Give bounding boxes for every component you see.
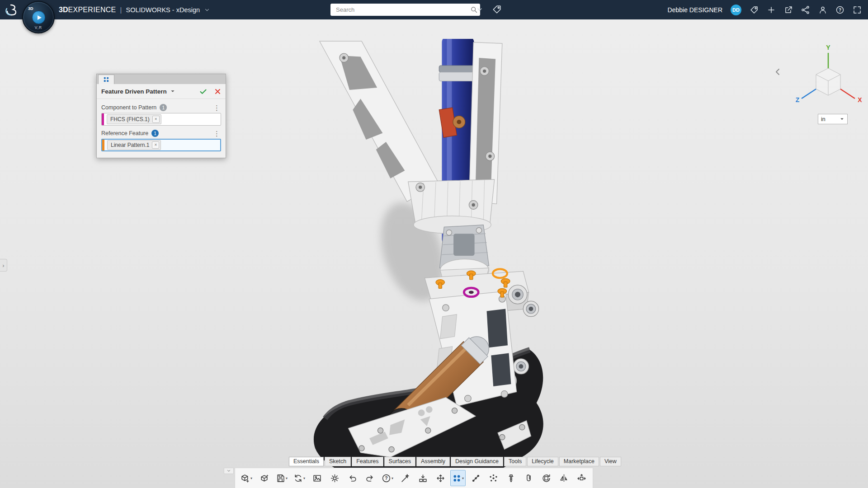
toolbar-fastener-button[interactable] — [503, 470, 519, 486]
top-help-button[interactable]: ? — [835, 5, 844, 14]
tab-essentials[interactable]: Essentials — [289, 457, 324, 466]
reference-feature-field[interactable]: Linear Pattern.1 × — [101, 139, 221, 151]
search-input[interactable] — [335, 6, 470, 14]
tag-button[interactable] — [492, 5, 502, 16]
component-row-menu-button[interactable]: ⋮ — [212, 104, 221, 111]
remove-selection-button[interactable]: × — [152, 116, 160, 123]
toolbar-mate-button[interactable] — [415, 470, 430, 486]
tab-features[interactable]: Features — [352, 457, 383, 466]
toolbar-update-button[interactable]: ▾ — [292, 470, 307, 486]
search-options-button[interactable] — [476, 6, 483, 14]
dialog-actions — [199, 88, 221, 95]
component-to-pattern-field[interactable]: FHCS (FHCS.1) × — [101, 113, 221, 126]
dialog-header[interactable]: Feature Driven Pattern — [97, 84, 226, 99]
z-axis[interactable] — [802, 89, 816, 99]
ribbon-tab-bar: EssentialsSketchFeaturesSurfacesAssembly… — [289, 457, 621, 466]
help-icon: ? — [382, 474, 391, 483]
close-icon — [214, 88, 221, 95]
compass-play-button[interactable] — [32, 11, 45, 24]
dropdown-caret-icon[interactable]: ▾ — [462, 476, 464, 480]
top-expand-button[interactable] — [853, 5, 862, 14]
dialog-body: Component to Pattern 1 ⋮ FHCS (FHCS.1) ×… — [97, 99, 226, 158]
update-icon — [293, 474, 303, 483]
toolbar-redo-button[interactable] — [362, 470, 377, 486]
user-name[interactable]: Debbie DESIGNER — [668, 6, 722, 14]
remove-selection-button[interactable]: × — [152, 141, 159, 149]
top-collaboration-button[interactable] — [818, 5, 827, 14]
toolbar-attachment-button[interactable] — [521, 470, 536, 486]
tab-view[interactable]: View — [600, 457, 621, 466]
toolbar-new-component-button[interactable] — [256, 470, 272, 486]
reference-row-menu-button[interactable]: ⋮ — [212, 130, 221, 137]
dialog-options-button[interactable] — [170, 89, 175, 94]
rotate-component-icon — [542, 474, 551, 483]
toolbar-exploded-view-button[interactable] — [574, 470, 589, 486]
toolbar-export-image-button[interactable] — [309, 470, 325, 486]
move-component-icon — [436, 474, 445, 483]
dropdown-caret-icon[interactable]: ▾ — [303, 476, 305, 480]
toolbar-rotate-component-button[interactable] — [538, 470, 554, 486]
tab-lifecycle[interactable]: Lifecycle — [527, 457, 558, 466]
toolbar-linear-pattern-button[interactable] — [468, 470, 483, 486]
units-dropdown[interactable]: in — [818, 114, 848, 124]
toolbar-insert-component-button[interactable]: ▾ — [239, 470, 254, 486]
top-share-button[interactable] — [784, 5, 793, 14]
chevron-down-icon — [840, 117, 844, 122]
3dcompass[interactable]: 3D V,R — [22, 1, 55, 33]
dialog-tab-pattern[interactable] — [98, 75, 114, 84]
tab-sketch[interactable]: Sketch — [325, 457, 351, 466]
action-toolbar: ▾▾▾?▾▾ — [235, 468, 593, 488]
feature-driven-pattern-icon — [103, 76, 110, 83]
top-network-button[interactable] — [801, 5, 810, 14]
view-triad[interactable]: Y X Z — [793, 43, 866, 111]
3d-model[interactable] — [307, 39, 562, 487]
compass-vr-label: V,R — [23, 25, 54, 30]
top-add-button[interactable] — [767, 5, 776, 14]
share-icon — [784, 5, 793, 14]
linear-pattern-icon — [471, 474, 481, 483]
toolbar-move-component-button[interactable] — [433, 470, 448, 486]
new-component-icon — [259, 474, 269, 483]
toolbar-feature-driven-pattern-button[interactable]: ▾ — [450, 470, 466, 486]
dropdown-caret-icon[interactable]: ▾ — [392, 476, 393, 480]
component-to-pattern-label-row: Component to Pattern 1 ⋮ — [101, 104, 221, 111]
app-switcher-caret-icon[interactable] — [204, 7, 210, 13]
selection-color-bar — [102, 140, 104, 150]
confirm-button[interactable] — [199, 88, 207, 95]
y-axis-label: Y — [826, 44, 830, 51]
toolbar-collapse-button[interactable] — [224, 468, 234, 474]
toolbar-settings-button[interactable] — [327, 470, 342, 486]
top-tag-button[interactable] — [750, 5, 759, 14]
x-axis[interactable] — [840, 89, 855, 99]
save-icon — [276, 474, 285, 483]
collaboration-icon — [818, 5, 827, 14]
mirror-icon — [559, 474, 569, 483]
tab-tools[interactable]: Tools — [504, 457, 526, 466]
dropdown-caret-icon[interactable]: ▾ — [286, 476, 288, 480]
dropdown-caret-icon[interactable]: ▾ — [250, 476, 252, 480]
chevron-down-icon — [226, 469, 231, 473]
tab-marketplace[interactable]: Marketplace — [559, 457, 599, 466]
tab-assembly[interactable]: Assembly — [416, 457, 450, 466]
expand-icon — [853, 5, 862, 14]
left-panel-expander[interactable]: › — [0, 259, 7, 272]
toolbar-circular-pattern-button[interactable] — [486, 470, 501, 486]
tab-design-guidance[interactable]: Design Guidance — [451, 457, 503, 466]
brand-3d: 3D — [59, 6, 68, 14]
tag-icon — [492, 5, 502, 14]
cancel-button[interactable] — [214, 88, 221, 95]
toolbar-mirror-button[interactable] — [556, 470, 571, 486]
exploded-view-icon — [577, 474, 586, 483]
triad-back-button[interactable] — [774, 68, 782, 77]
check-icon — [199, 88, 207, 95]
selection-chip[interactable]: FHCS (FHCS.1) × — [107, 114, 161, 124]
mate-icon — [418, 474, 428, 483]
toolbar-smart-mate-button[interactable] — [397, 470, 413, 486]
tab-surfaces[interactable]: Surfaces — [384, 457, 415, 466]
toolbar-help-button[interactable]: ?▾ — [380, 470, 395, 486]
toolbar-undo-button[interactable] — [344, 470, 360, 486]
toolbar-save-button[interactable]: ▾ — [274, 470, 289, 486]
dialog-title: Feature Driven Pattern — [101, 88, 167, 95]
selection-chip[interactable]: Linear Pattern.1 × — [107, 140, 161, 150]
user-avatar[interactable]: DD — [731, 5, 741, 15]
